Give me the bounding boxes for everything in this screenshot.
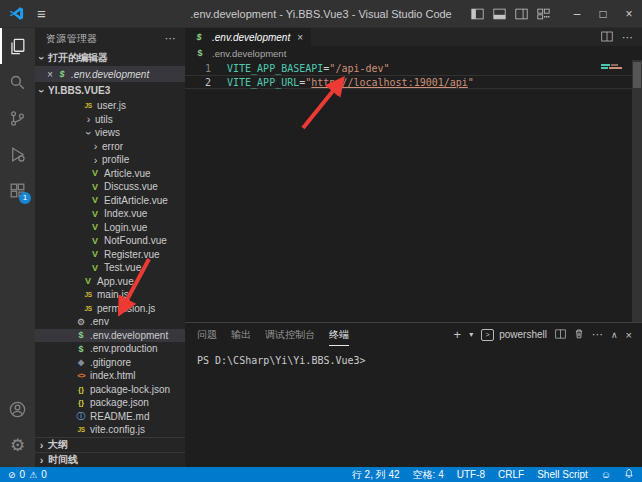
tree-item-Discuss.vue[interactable]: VDiscuss.vue xyxy=(35,180,185,194)
tree-item-permission.js[interactable]: JSpermission.js xyxy=(35,302,185,316)
panel-tab-问题[interactable]: 问题 xyxy=(197,323,217,346)
status-encoding[interactable]: UTF-8 xyxy=(457,469,485,480)
tree-item-profile[interactable]: ›profile xyxy=(35,153,185,167)
tree-item-NotFound.vue[interactable]: VNotFound.vue xyxy=(35,234,185,248)
status-indentation[interactable]: 空格: 4 xyxy=(413,468,444,482)
editor-scrollbar[interactable] xyxy=(632,60,642,322)
window-controls: – □ × xyxy=(564,0,642,28)
code-lines: 1VITE_APP_BASEAPI="/api-dev"2VITE_APP_UR… xyxy=(185,61,642,89)
account-icon[interactable] xyxy=(0,391,35,427)
maximize-panel-icon[interactable]: ∧ xyxy=(611,330,618,340)
file-tree: JSuser.js›utils›views›error›profileVArti… xyxy=(35,99,185,437)
panel-tab-终端[interactable]: 终端 xyxy=(329,323,349,346)
tab-close-icon[interactable]: × xyxy=(297,32,303,43)
panel-more-actions-icon[interactable]: ⋯ xyxy=(592,328,603,341)
tab-env-development[interactable]: $ .env.development × xyxy=(185,28,311,46)
tree-item-views[interactable]: ›views xyxy=(35,126,185,140)
customize-layout-icon[interactable] xyxy=(537,8,550,20)
file-name: EditArticle.vue xyxy=(104,195,168,206)
tree-item-Register.vue[interactable]: VRegister.vue xyxy=(35,248,185,262)
close-panel-icon[interactable]: × xyxy=(626,329,632,341)
extensions-icon[interactable]: 1 xyxy=(0,172,35,208)
info-file-icon: ⓘ xyxy=(75,410,87,423)
close-button[interactable]: × xyxy=(616,0,642,28)
source-control-icon[interactable] xyxy=(0,100,35,136)
run-debug-icon[interactable] xyxy=(0,136,35,172)
toggle-secondary-sidebar-icon[interactable] xyxy=(515,8,528,20)
tree-item-Index.vue[interactable]: VIndex.vue xyxy=(35,207,185,221)
vue-file-icon: V xyxy=(89,168,101,178)
toggle-panel-icon[interactable] xyxy=(493,8,506,20)
url-link[interactable]: http://localhost:19001/api xyxy=(311,77,468,88)
panel-tab-调试控制台[interactable]: 调试控制台 xyxy=(265,323,315,346)
maximize-button[interactable]: □ xyxy=(590,0,616,28)
tree-item-main.js[interactable]: JSmain.js xyxy=(35,288,185,302)
js-file-icon: JS xyxy=(82,291,94,298)
open-editors-header[interactable]: › 打开的编辑器 xyxy=(35,49,185,66)
tree-item-error[interactable]: ›error xyxy=(35,140,185,154)
kill-terminal-icon[interactable] xyxy=(574,328,584,341)
tree-item-utils[interactable]: ›utils xyxy=(35,113,185,127)
shell-name[interactable]: powershell xyxy=(499,329,547,340)
terminal-dropdown-icon[interactable]: ▾ xyxy=(469,330,473,339)
errors-count: 0 xyxy=(20,469,26,480)
split-editor-icon[interactable] xyxy=(601,31,613,44)
open-editor-item[interactable]: × $ .env.development xyxy=(35,66,185,82)
tree-item-Test.vue[interactable]: VTest.vue xyxy=(35,261,185,275)
tree-item-EditArticle.vue[interactable]: VEditArticle.vue xyxy=(35,194,185,208)
panel-tab-输出[interactable]: 输出 xyxy=(231,323,251,346)
tree-item-vite.config.js[interactable]: JSvite.config.js xyxy=(35,423,185,437)
project-section-header[interactable]: › YI.BBS.VUE3 xyxy=(35,82,185,99)
breadcrumb[interactable]: $ .env.development xyxy=(185,46,642,60)
split-terminal-icon[interactable] xyxy=(555,329,566,341)
new-terminal-icon[interactable]: + xyxy=(454,327,462,342)
code-editor[interactable]: 1VITE_APP_BASEAPI="/api-dev"2VITE_APP_UR… xyxy=(185,60,642,322)
menu-icon[interactable]: ≡ xyxy=(37,0,46,28)
minimap[interactable] xyxy=(601,64,629,70)
timeline-section-header[interactable]: › 时间线 xyxy=(35,452,185,467)
sidebar-title-row: 资源管理器 ⋯ xyxy=(35,28,185,49)
close-editor-icon[interactable]: × xyxy=(44,69,56,80)
tree-item-.gitignore[interactable]: ◆.gitignore xyxy=(35,356,185,370)
gear-file-icon: ⚙ xyxy=(75,317,87,327)
code-line-2: 2VITE_APP_URL="http://localhost:19001/ap… xyxy=(185,75,642,89)
file-name: NotFound.vue xyxy=(104,235,167,246)
outline-section-header[interactable]: › 大纲 xyxy=(35,437,185,452)
status-eol[interactable]: CRLF xyxy=(498,469,524,480)
tree-item-package.json[interactable]: {}package.json xyxy=(35,396,185,410)
tree-item-Article.vue[interactable]: VArticle.vue xyxy=(35,167,185,181)
minimize-button[interactable]: – xyxy=(564,0,590,28)
js-file-icon: JS xyxy=(82,305,94,312)
settings-gear-icon[interactable]: ⚙ xyxy=(0,427,35,463)
js-file-icon: JS xyxy=(82,102,94,109)
chevron-right-icon: › xyxy=(35,454,48,466)
tree-item-README.md[interactable]: ⓘREADME.md xyxy=(35,410,185,424)
tree-item-user.js[interactable]: JSuser.js xyxy=(35,99,185,113)
feedback-icon[interactable]: ☺ xyxy=(601,469,611,480)
status-language-mode[interactable]: Shell Script xyxy=(537,469,588,480)
status-cursor-position[interactable]: 行 2, 列 42 xyxy=(352,468,400,482)
explorer-icon[interactable] xyxy=(0,28,35,64)
json-file-icon: {} xyxy=(75,398,87,407)
editor-more-actions-icon[interactable]: ⋯ xyxy=(622,31,633,44)
tree-item-.env.development[interactable]: $.env.development xyxy=(35,329,185,343)
explorer-more-actions-icon[interactable]: ⋯ xyxy=(165,32,176,45)
tree-item-App.vue[interactable]: VApp.vue xyxy=(35,275,185,289)
terminal-output[interactable]: PS D:\CSharp\Yi\Yi.BBS.Vue3> xyxy=(185,346,642,366)
activity-bar: 1 ⚙ xyxy=(0,28,35,467)
toggle-sidebar-icon[interactable] xyxy=(471,8,484,20)
tree-item-.env[interactable]: ⚙.env xyxy=(35,315,185,329)
file-name: profile xyxy=(102,154,129,165)
search-icon[interactable] xyxy=(0,64,35,100)
scrollbar-slider[interactable] xyxy=(633,62,641,88)
tab-label: .env.development xyxy=(212,32,290,43)
notifications-bell-icon[interactable] xyxy=(624,468,634,481)
status-right-items: 行 2, 列 42空格: 4UTF-8CRLFShell Script☺ xyxy=(352,468,634,482)
tree-item-.env.production[interactable]: $.env.production xyxy=(35,342,185,356)
tree-item-Login.vue[interactable]: VLogin.vue xyxy=(35,221,185,235)
open-editor-label: .env.development xyxy=(71,69,149,80)
file-name: .env.development xyxy=(90,330,168,341)
tree-item-index.html[interactable]: <>index.html xyxy=(35,369,185,383)
problems-status[interactable]: ⊘ 0 ⚠ 0 xyxy=(8,469,47,480)
tree-item-package-lock.json[interactable]: {}package-lock.json xyxy=(35,383,185,397)
